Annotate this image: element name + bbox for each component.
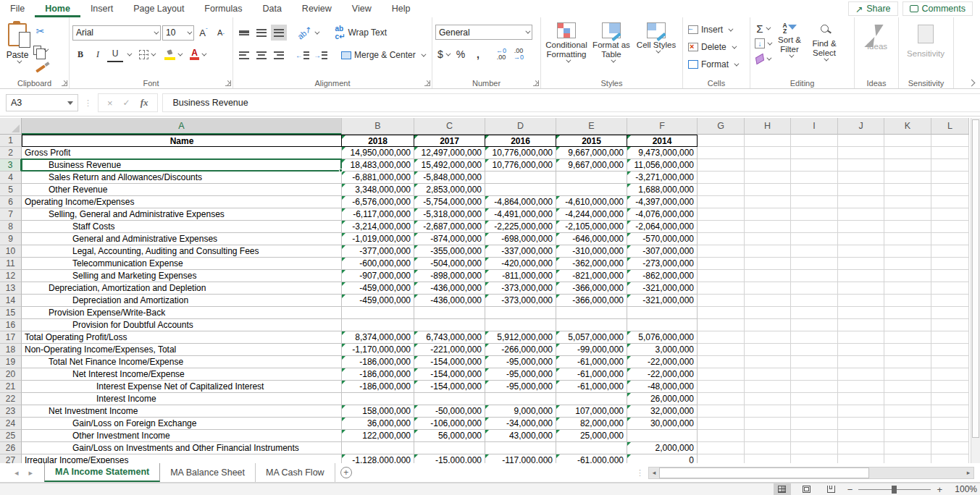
cell-I4[interactable]: [791, 172, 838, 184]
row-header-7[interactable]: 7: [0, 208, 22, 221]
cell-J20[interactable]: [838, 368, 884, 381]
cell-E5[interactable]: [556, 184, 627, 196]
cell-E15[interactable]: [556, 307, 627, 319]
cell-J19[interactable]: [838, 356, 884, 368]
cell-H9[interactable]: [745, 233, 791, 245]
cell-G22[interactable]: [698, 393, 745, 405]
cell-A1[interactable]: Name: [22, 135, 342, 147]
align-left-button[interactable]: [236, 47, 252, 63]
cell-J22[interactable]: [838, 393, 884, 405]
format-cells-button[interactable]: Format: [686, 56, 747, 72]
cell-H11[interactable]: [745, 258, 791, 270]
menu-tab-home[interactable]: Home: [35, 0, 80, 17]
cell-D27[interactable]: -117,000,000: [485, 454, 556, 463]
cell-I16[interactable]: [791, 319, 838, 331]
cell-C2[interactable]: 12,497,000,000: [414, 147, 485, 159]
cell-E27[interactable]: -61,000,000: [556, 454, 627, 463]
cell-I13[interactable]: [791, 282, 838, 295]
cell-I2[interactable]: [791, 147, 838, 159]
fill-button[interactable]: ↓: [753, 37, 772, 50]
row-header-14[interactable]: 14: [0, 295, 22, 307]
cell-G24[interactable]: [698, 418, 745, 430]
sheet-tab-ma-cash-flow[interactable]: MA Cash Flow: [256, 463, 335, 482]
sensitivity-button[interactable]: Sensitivity: [902, 20, 950, 75]
cell-L14[interactable]: [931, 295, 969, 307]
comments-button[interactable]: Comments: [902, 1, 973, 16]
clear-button[interactable]: [753, 52, 772, 65]
cell-styles-button[interactable]: Cell Styles: [634, 20, 679, 75]
cell-I20[interactable]: [791, 368, 838, 381]
cell-C15[interactable]: [414, 307, 485, 319]
cell-E25[interactable]: 25,000,000: [556, 430, 627, 442]
cell-E26[interactable]: [556, 442, 627, 454]
alignment-dialog-launcher[interactable]: [424, 80, 430, 86]
cell-A13[interactable]: Depreciation, Amortization and Depletion: [22, 282, 342, 295]
cell-H14[interactable]: [745, 295, 791, 307]
cell-D22[interactable]: [485, 393, 556, 405]
cell-F6[interactable]: -4,397,000,000: [627, 196, 698, 208]
cell-C10[interactable]: -355,000,000: [414, 245, 485, 258]
cell-L7[interactable]: [931, 208, 969, 221]
number-format-select[interactable]: General: [435, 25, 532, 40]
menu-tab-view[interactable]: View: [342, 0, 382, 17]
sheet-nav-left-icon[interactable]: ◂: [14, 468, 19, 478]
cell-I24[interactable]: [791, 418, 838, 430]
cell-B4[interactable]: -6,881,000,000: [342, 172, 414, 184]
cell-D11[interactable]: -420,000,000: [485, 258, 556, 270]
cell-B18[interactable]: -1,170,000,000: [342, 344, 414, 356]
cell-H19[interactable]: [745, 356, 791, 368]
cell-D25[interactable]: 43,000,000: [485, 430, 556, 442]
column-header-C[interactable]: C: [414, 118, 485, 135]
row-header-26[interactable]: 26: [0, 442, 22, 454]
row-header-2[interactable]: 2: [0, 147, 22, 159]
name-box[interactable]: A3: [6, 94, 78, 111]
menu-tab-page-layout[interactable]: Page Layout: [123, 0, 194, 17]
cell-C5[interactable]: 2,853,000,000: [414, 184, 485, 196]
cell-B11[interactable]: -600,000,000: [342, 258, 414, 270]
sheet-tab-ma-income-statement[interactable]: MA Income Statement: [44, 463, 160, 482]
cell-E24[interactable]: 82,000,000: [556, 418, 627, 430]
cell-A9[interactable]: General and Administrative Expenses: [22, 233, 342, 245]
cell-I10[interactable]: [791, 245, 838, 258]
decrease-indent-button[interactable]: ←: [294, 47, 311, 63]
cell-K6[interactable]: [884, 196, 931, 208]
enter-icon[interactable]: ✓: [123, 98, 130, 108]
cell-E12[interactable]: -821,000,000: [556, 270, 627, 282]
row-header-13[interactable]: 13: [0, 282, 22, 295]
cell-D17[interactable]: 5,912,000,000: [485, 331, 556, 344]
cell-J26[interactable]: [838, 442, 884, 454]
cell-C4[interactable]: -5,848,000,000: [414, 172, 485, 184]
cell-J21[interactable]: [838, 381, 884, 393]
cell-H27[interactable]: [745, 454, 791, 463]
cell-E16[interactable]: [556, 319, 627, 331]
font-color-button[interactable]: A: [188, 46, 206, 62]
cell-H21[interactable]: [745, 381, 791, 393]
cell-K20[interactable]: [884, 368, 931, 381]
cell-C12[interactable]: -898,000,000: [414, 270, 485, 282]
cell-A26[interactable]: Gain/Loss on Investments and Other Finan…: [22, 442, 342, 454]
cell-F25[interactable]: [627, 430, 698, 442]
cell-G14[interactable]: [698, 295, 745, 307]
cell-B20[interactable]: -186,000,000: [342, 368, 414, 381]
cell-K19[interactable]: [884, 356, 931, 368]
align-center-button[interactable]: [254, 47, 269, 63]
decrease-font-button[interactable]: Aˇ: [213, 25, 229, 41]
cell-B7[interactable]: -6,117,000,000: [342, 208, 414, 221]
row-header-25[interactable]: 25: [0, 430, 22, 442]
cell-F2[interactable]: 9,473,000,000: [627, 147, 698, 159]
cell-G3[interactable]: [698, 159, 745, 172]
row-header-3[interactable]: 3: [0, 159, 22, 172]
cell-K27[interactable]: [884, 454, 931, 463]
cell-E9[interactable]: -646,000,000: [556, 233, 627, 245]
row-header-9[interactable]: 9: [0, 233, 22, 245]
cell-J5[interactable]: [838, 184, 884, 196]
cell-A16[interactable]: Provision for Doubtful Accounts: [22, 319, 342, 331]
cell-I14[interactable]: [791, 295, 838, 307]
cell-E23[interactable]: 107,000,000: [556, 405, 627, 418]
cell-H24[interactable]: [745, 418, 791, 430]
align-bottom-button[interactable]: [271, 25, 287, 41]
merge-center-button[interactable]: Merge & Center: [339, 47, 427, 63]
insert-cells-button[interactable]: Insert: [686, 22, 747, 38]
cell-A6[interactable]: Operating Income/Expenses: [22, 196, 342, 208]
cell-B21[interactable]: -186,000,000: [342, 381, 414, 393]
